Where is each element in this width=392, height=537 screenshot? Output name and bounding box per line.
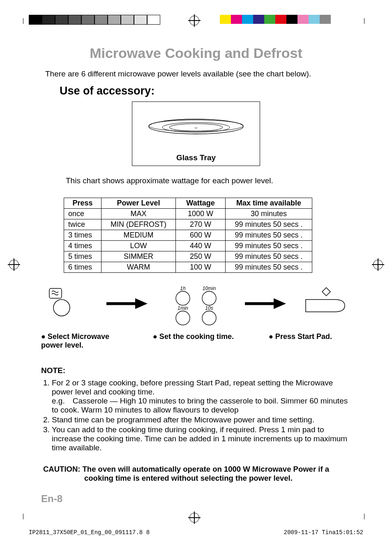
arrow-right-icon xyxy=(243,285,288,322)
table-cell: 4 times xyxy=(64,241,101,251)
step-labels: ● Select Microwave power level. ● Set th… xyxy=(41,332,351,350)
table-row: twiceMIN (DEFROST)270 W99 minutes 50 sec… xyxy=(64,219,312,230)
table-cell: 5 times xyxy=(64,251,101,262)
subheading: Use of accessory: xyxy=(60,85,351,97)
table-row: 5 timesSIMMER250 W99 minutes 50 secs . xyxy=(64,251,312,262)
page-title: Microwave Cooking and Defrost xyxy=(41,45,351,61)
color-swatches xyxy=(220,15,331,24)
glass-tray-icon xyxy=(147,112,245,141)
svg-point-14 xyxy=(176,311,190,325)
table-cell: 99 minutes 50 secs . xyxy=(226,230,312,241)
table-cell: SIMMER xyxy=(101,251,176,262)
note-heading: NOTE: xyxy=(41,366,351,375)
svg-point-2 xyxy=(162,122,230,132)
table-cell: 99 minutes 50 secs . xyxy=(226,262,312,273)
table-cell: WARM xyxy=(101,262,176,273)
note-item: For 2 or 3 stage cooking, before pressin… xyxy=(52,378,351,415)
footer-left: IP2811_37X50EP_01_Eng_00_091117.8 8 xyxy=(29,529,150,536)
svg-point-11 xyxy=(202,291,216,305)
glass-tray-label: Glass Tray xyxy=(132,153,260,162)
svg-text:10min: 10min xyxy=(203,286,216,291)
registration-mark-icon xyxy=(189,16,199,25)
page-content: Microwave Cooking and Defrost There are … xyxy=(0,29,392,513)
micro-button-icon xyxy=(41,285,90,322)
svg-rect-4 xyxy=(49,288,62,298)
glass-tray-figure: Glass Tray xyxy=(132,101,260,166)
printer-marks-top xyxy=(0,8,392,29)
table-row: onceMAX1000 W30 minutes xyxy=(64,209,312,219)
step-label-3: ● Press Start Pad. xyxy=(269,332,351,350)
table-row: 3 timesMEDIUM600 W99 minutes 50 secs . xyxy=(64,230,312,241)
table-cell: 3 times xyxy=(64,230,101,241)
table-header: Max time available xyxy=(226,198,312,209)
svg-point-5 xyxy=(53,300,70,316)
svg-point-10 xyxy=(176,291,190,305)
svg-point-1 xyxy=(149,120,243,131)
svg-text:1h: 1h xyxy=(180,286,186,291)
table-cell: 250 W xyxy=(176,251,226,262)
table-cell: 6 times xyxy=(64,262,101,273)
table-cell: 99 minutes 50 secs . xyxy=(226,219,312,230)
svg-point-3 xyxy=(169,124,223,131)
power-level-table: Press Power Level Wattage Max time avail… xyxy=(64,198,312,273)
registration-mark-icon xyxy=(9,260,19,270)
table-cell: once xyxy=(64,209,101,219)
table-cell: MEDIUM xyxy=(101,230,176,241)
table-cell: 30 minutes xyxy=(226,209,312,219)
step-label-1: ● Select Microwave power level. xyxy=(41,332,131,350)
chart-intro: This chart shows approximate wattage for… xyxy=(66,176,351,185)
grayscale-swatches xyxy=(29,15,160,25)
table-header: Wattage xyxy=(176,198,226,209)
table-cell: twice xyxy=(64,219,101,230)
caution-text: CAUTION: The oven will automatically ope… xyxy=(41,465,351,483)
table-row: 6 timesWARM100 W99 minutes 50 secs . xyxy=(64,262,312,273)
table-cell: 99 minutes 50 secs . xyxy=(226,251,312,262)
table-cell: MAX xyxy=(101,209,176,219)
notes-list: For 2 or 3 stage cooking, before pressin… xyxy=(41,378,351,452)
note-item: Stand time can be programmed after the M… xyxy=(52,415,351,424)
svg-text:1min: 1min xyxy=(178,305,188,311)
table-cell: 440 W xyxy=(176,241,226,251)
intro-text: There are 6 different microwave power le… xyxy=(45,69,351,78)
registration-mark-icon xyxy=(189,513,199,523)
footer-right: 2009-11-17 Tina15:01:52 xyxy=(284,529,363,536)
svg-point-15 xyxy=(202,311,216,325)
page-number: En-8 xyxy=(41,493,351,505)
svg-text:10s: 10s xyxy=(205,305,213,311)
table-row: 4 timesLOW440 W99 minutes 50 secs . xyxy=(64,241,312,251)
registration-mark-icon xyxy=(373,260,383,270)
table-header: Power Level xyxy=(101,198,176,209)
table-cell: 600 W xyxy=(176,230,226,241)
svg-marker-17 xyxy=(274,298,286,309)
step-label-2: ● Set the cooking time. xyxy=(153,332,247,350)
svg-marker-7 xyxy=(135,298,148,309)
table-cell: LOW xyxy=(101,241,176,251)
table-cell: MIN (DEFROST) xyxy=(101,219,176,230)
time-dials-icon: 1h 10min 1min 10s xyxy=(163,285,229,326)
table-cell: 1000 W xyxy=(176,209,226,219)
table-cell: 270 W xyxy=(176,219,226,230)
start-pad-icon xyxy=(302,285,351,322)
arrow-right-icon xyxy=(104,285,150,322)
table-cell: 100 W xyxy=(176,262,226,273)
table-cell: 99 minutes 50 secs . xyxy=(226,241,312,251)
steps-diagram: 1h 10min 1min 10s xyxy=(41,285,351,326)
note-item: You can add to the cooking time during c… xyxy=(52,425,351,452)
svg-marker-18 xyxy=(322,288,330,296)
table-header: Press xyxy=(64,198,101,209)
